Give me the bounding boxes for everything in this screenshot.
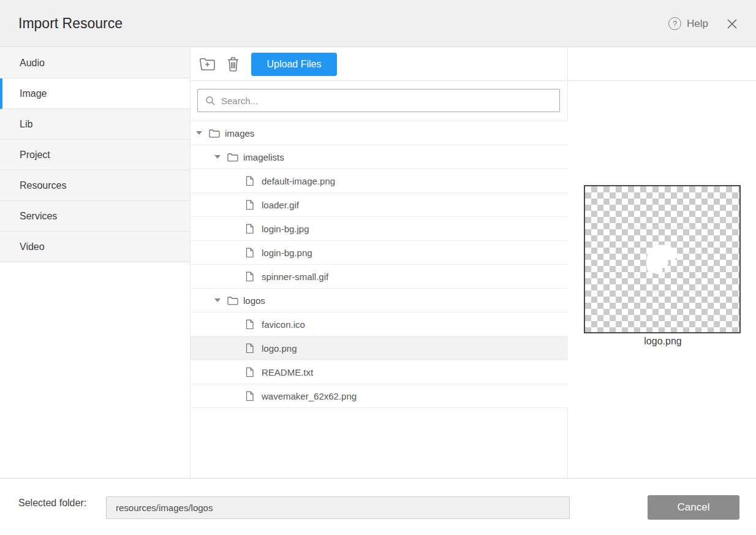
cancel-button[interactable]: Cancel (648, 495, 739, 520)
file-icon (246, 248, 262, 258)
tree-row-label: logo.png (262, 343, 297, 354)
file-toolbar: Upload Files (191, 48, 567, 80)
preview-caption: logo.png (584, 336, 742, 347)
caret-down-icon[interactable] (214, 298, 227, 302)
tree-row-label: login-bg.png (262, 248, 312, 258)
caret-down-icon[interactable] (214, 155, 227, 159)
tree-row-label: favicon.ico (262, 319, 305, 330)
tree-file-row[interactable]: login-bg.jpg (191, 217, 568, 241)
selected-folder-label: Selected folder: (18, 498, 86, 509)
tree-row-label: logos (243, 295, 265, 306)
sidebar-item-services[interactable]: Services (0, 201, 190, 232)
file-icon (246, 200, 262, 210)
new-folder-button[interactable] (197, 55, 217, 74)
caret-down-icon[interactable] (196, 131, 209, 135)
sidebar-item-video[interactable]: Video (0, 232, 190, 262)
search-icon (205, 96, 216, 106)
import-resource-dialog: Import Resource ? Help AudioImageLibProj… (0, 0, 756, 535)
sidebar-item-lib[interactable]: Lib (0, 109, 190, 140)
file-icon (246, 343, 262, 354)
tree-file-row[interactable]: login-bg.png (191, 241, 568, 265)
file-browser-panel: Upload Files imagesimagelistsdefault-ima… (191, 48, 568, 478)
sidebar-item-image[interactable]: Image (0, 78, 190, 109)
tree-row-label: wavemaker_62x62.png (262, 391, 357, 401)
dialog-header: Import Resource ? Help (0, 0, 756, 47)
tree-file-row[interactable]: loader.gif (191, 193, 568, 217)
sidebar: AudioImageLibProjectResourcesServicesVid… (0, 48, 191, 478)
tree-file-row[interactable]: README.txt (191, 360, 568, 384)
header-actions: ? Help (668, 0, 739, 47)
tree-file-row[interactable]: default-image.png (191, 169, 568, 193)
tree-row-label: README.txt (262, 367, 313, 378)
help-label: Help (687, 18, 708, 30)
tree-row-label: login-bg.jpg (262, 224, 309, 234)
close-icon[interactable] (725, 17, 739, 31)
file-icon (246, 319, 262, 330)
search-box (197, 89, 560, 112)
folder-icon (209, 129, 225, 138)
delete-button[interactable] (224, 55, 241, 74)
file-icon (246, 367, 262, 378)
sidebar-item-label: Image (20, 88, 47, 99)
sidebar-item-label: Video (20, 241, 45, 252)
tree-file-row[interactable]: logo.png (191, 336, 568, 360)
dialog-footer: Selected folder: Cancel (0, 478, 756, 535)
sidebar-item-label: Services (20, 211, 57, 222)
tree-folder-row[interactable]: logos (191, 289, 568, 313)
tree-file-row[interactable]: spinner-small.gif (191, 265, 568, 289)
toolbar-divider (191, 80, 756, 81)
sidebar-item-audio[interactable]: Audio (0, 48, 190, 78)
tree-folder-row[interactable]: images (191, 121, 568, 145)
help-icon: ? (668, 17, 681, 30)
file-tree: imagesimagelistsdefault-image.pngloader.… (191, 121, 568, 408)
file-icon (246, 176, 262, 186)
selected-folder-input[interactable] (106, 496, 570, 519)
sidebar-item-label: Resources (20, 180, 66, 191)
tree-file-row[interactable]: wavemaker_62x62.png (191, 384, 568, 408)
folder-icon (227, 296, 243, 305)
upload-files-button[interactable]: Upload Files (251, 53, 337, 76)
sidebar-item-resources[interactable]: Resources (0, 170, 190, 201)
sidebar-item-label: Lib (20, 119, 32, 130)
sidebar-item-label: Project (20, 150, 50, 161)
tree-row-label: loader.gif (262, 200, 299, 210)
image-preview-bounds (627, 227, 697, 292)
sidebar-item-project[interactable]: Project (0, 140, 190, 170)
folder-icon (227, 153, 243, 162)
image-preview (584, 185, 741, 333)
tree-row-label: imagelists (243, 152, 284, 162)
help-button[interactable]: ? Help (668, 17, 708, 30)
file-icon (246, 391, 262, 401)
wavemaker-logo-image (633, 232, 692, 287)
tree-folder-row[interactable]: imagelists (191, 145, 568, 169)
tree-row-label: images (225, 128, 254, 138)
file-icon (246, 224, 262, 234)
tree-file-row[interactable]: favicon.ico (191, 313, 568, 336)
page-title: Import Resource (18, 0, 123, 47)
search-input[interactable] (221, 96, 552, 106)
tree-row-label: default-image.png (262, 176, 335, 186)
file-icon (246, 271, 262, 282)
tree-row-label: spinner-small.gif (262, 271, 328, 282)
sidebar-item-label: Audio (20, 58, 45, 69)
